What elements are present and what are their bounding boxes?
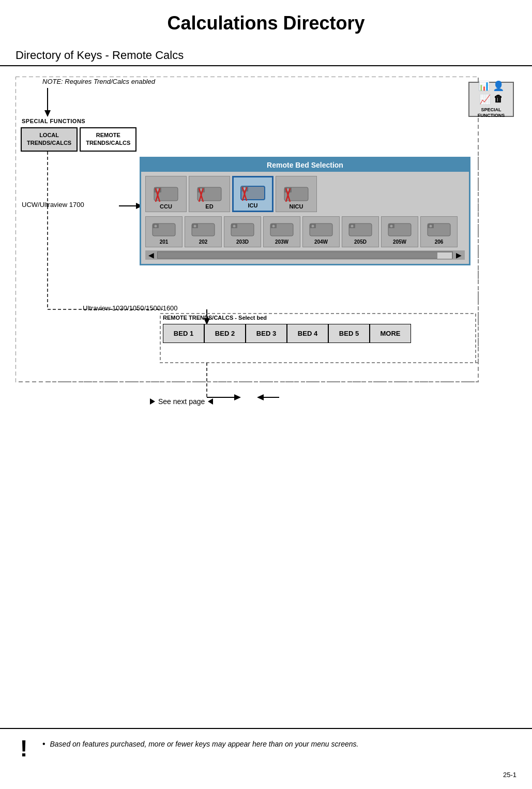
local-trends-calcs-button[interactable]: LOCAL TRENDS/CALCS <box>21 127 78 152</box>
bed-205w[interactable]: 205W <box>381 216 418 247</box>
sf-top-icons: 📊 👤 <box>478 80 504 92</box>
scrollbar: ◀ ▶ <box>145 250 465 260</box>
ed-label: ED <box>205 203 213 210</box>
icu-cell[interactable]: ICU <box>232 176 273 212</box>
nicu-label: NICU <box>290 203 303 210</box>
ucw-label: UCW/Ultraview 1700 <box>22 201 84 209</box>
trash-icon: 🗑 <box>494 94 503 105</box>
bed-203d-label: 203D <box>236 239 249 245</box>
bed-201-icon <box>151 220 176 239</box>
bed-201-label: 201 <box>160 239 169 245</box>
svg-point-44 <box>194 225 196 228</box>
bed-204w[interactable]: 204W <box>302 216 340 247</box>
see-next-page-arrow-right <box>150 398 155 405</box>
more-button[interactable]: MORE <box>370 324 411 343</box>
remote-calcs-label: REMOTE TRENDS/CALCS - Select bed <box>163 315 267 321</box>
scroll-track[interactable] <box>157 251 453 259</box>
bed-buttons-row: BED 1 BED 2 BED 3 BED 4 BED 5 MORE <box>163 324 411 343</box>
page-title: Calculations Directory <box>0 0 532 39</box>
footer-note: ! • Based on features purchased, more or… <box>0 728 532 768</box>
icu-label: ICU <box>248 202 258 209</box>
sf-bottom-icons: 📈 🗑 <box>479 94 503 105</box>
svg-point-50 <box>272 225 275 228</box>
see-next-page-arrow-left <box>208 398 213 405</box>
bed-2-button[interactable]: BED 2 <box>204 324 246 343</box>
bed-205w-label: 205W <box>393 239 406 245</box>
trend-icon: 📊 <box>478 80 490 92</box>
remote-bed-body: CCU ED <box>141 172 469 264</box>
scroll-thumb[interactable] <box>437 252 452 259</box>
bed-203w-label: 203W <box>275 239 288 245</box>
section-heading: Directory of Keys - Remote Calcs <box>0 39 532 66</box>
bed-205d-icon <box>348 220 373 239</box>
bed-206-icon <box>427 220 451 239</box>
bed-203d-icon <box>230 220 255 239</box>
bed-4-button[interactable]: BED 4 <box>287 324 328 343</box>
ccu-icon-svg <box>153 183 179 203</box>
ccu-label: CCU <box>160 203 172 210</box>
bed-202-icon <box>191 220 216 239</box>
special-functions-icon-box[interactable]: 📊 👤 📈 🗑 SPECIAL FUNCTIONS <box>468 82 514 117</box>
bed-203w[interactable]: 203W <box>263 216 300 247</box>
svg-point-53 <box>312 225 314 228</box>
bed-1-button[interactable]: BED 1 <box>163 324 204 343</box>
ccu-icon-area <box>153 183 179 203</box>
chart-icon: 📈 <box>479 94 491 105</box>
see-next-page-text: See next page <box>158 397 205 406</box>
see-next-page: See next page <box>150 397 213 406</box>
bed-204w-icon <box>309 220 333 239</box>
page-number: 25-1 <box>503 771 516 779</box>
ccu-cell[interactable]: CCU <box>145 176 187 212</box>
svg-point-41 <box>155 225 157 228</box>
svg-point-56 <box>351 225 354 228</box>
function-buttons: LOCAL TRENDS/CALCS REMOTE TRENDS/CALCS <box>21 127 136 152</box>
ed-icon-area <box>196 183 222 203</box>
bullet: • <box>42 739 50 748</box>
svg-marker-2 <box>44 110 51 117</box>
bed-5-button[interactable]: BED 5 <box>328 324 370 343</box>
bed-203d[interactable]: 203D <box>224 216 261 247</box>
bed-204w-label: 204W <box>314 239 328 245</box>
svg-point-47 <box>233 225 236 228</box>
svg-marker-13 <box>234 394 241 400</box>
special-functions-label: SPECIAL FUNCTIONS <box>22 118 85 124</box>
person-icon: 👤 <box>493 80 504 92</box>
nicu-cell[interactable]: NICU <box>276 176 317 212</box>
ed-cell[interactable]: ED <box>189 176 230 212</box>
bed-205w-icon <box>387 220 412 239</box>
icu-icon-svg <box>240 182 266 202</box>
nicu-icon-svg <box>283 183 309 203</box>
footer-note-text: Based on features purchased, more or few… <box>50 740 359 748</box>
exclamation-icon: ! <box>16 737 32 760</box>
remote-bed-panel: Remote Bed Selection CCU <box>140 157 470 265</box>
bed-203w-icon <box>269 220 294 239</box>
bed-type-row: CCU ED <box>145 176 465 212</box>
bed-206[interactable]: 206 <box>420 216 458 247</box>
diagram-area: NOTE: Requires Trend/Calcs enabled SPECI… <box>16 77 516 501</box>
remote-bed-header: Remote Bed Selection <box>141 158 469 172</box>
remote-trends-calcs-button[interactable]: REMOTE TRENDS/CALCS <box>80 127 136 152</box>
bed-num-row: 201 202 203D <box>145 216 465 247</box>
scroll-right-arrow[interactable]: ▶ <box>454 251 464 259</box>
bed-205d[interactable]: 205D <box>342 216 379 247</box>
ultraview-label: Ultraview 1030/1050/1500/1600 <box>83 304 178 312</box>
svg-point-62 <box>430 225 432 228</box>
bed-206-label: 206 <box>435 239 444 245</box>
bed-3-button[interactable]: BED 3 <box>246 324 287 343</box>
bed-202[interactable]: 202 <box>185 216 222 247</box>
svg-marker-15 <box>257 394 264 400</box>
icu-icon-area <box>240 182 266 202</box>
nicu-icon-area <box>283 183 309 203</box>
bed-202-label: 202 <box>199 239 208 245</box>
bed-201[interactable]: 201 <box>145 216 183 247</box>
scroll-left-arrow[interactable]: ◀ <box>146 251 156 259</box>
sf-label: SPECIAL FUNCTIONS <box>478 107 505 118</box>
footer-text: • Based on features purchased, more or f… <box>42 737 358 749</box>
ed-icon-svg <box>196 183 222 203</box>
bed-205d-label: 205D <box>354 239 367 245</box>
note-text: NOTE: Requires Trend/Calcs enabled <box>40 78 157 85</box>
svg-point-59 <box>390 225 393 228</box>
